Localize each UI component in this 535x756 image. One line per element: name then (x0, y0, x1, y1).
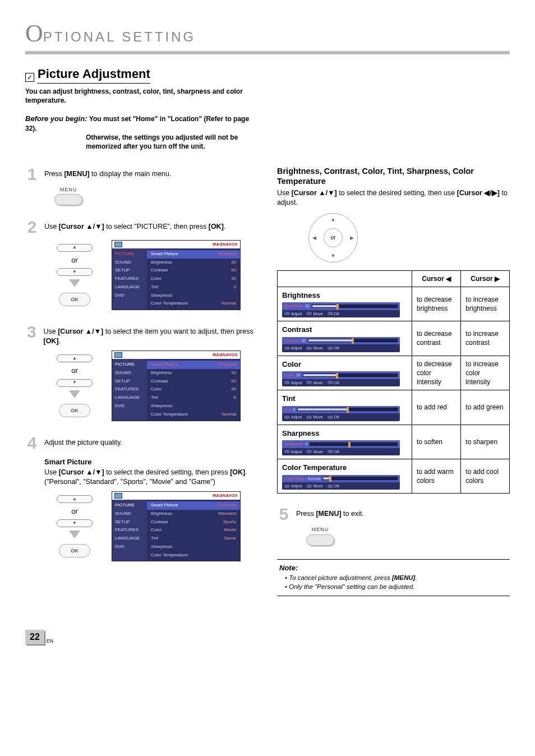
bct-intro: Use [Cursor ▲/▼] to select the desired s… (277, 188, 510, 208)
mini-osd-legend-label: Adjust (291, 311, 302, 316)
header-title: PTIONAL SETTING (43, 29, 196, 44)
right-column: Brightness, Contrast, Color, Tint, Sharp… (277, 166, 510, 597)
slider-icon (310, 442, 398, 446)
pill-icon (306, 347, 312, 350)
mini-osd-legend: Move (306, 345, 322, 351)
osd-v: 50 (217, 268, 236, 274)
t: . (224, 223, 225, 231)
brand-label: MAGNAVOX (213, 493, 238, 498)
slider-icon (303, 374, 398, 377)
osd-k: Brightness (151, 511, 172, 517)
or-label: or (324, 228, 343, 247)
mini-osd-legend: Adjust (284, 449, 302, 454)
menu-key: [MENU] (64, 170, 89, 178)
mini-osd-legend: Adjust (284, 345, 302, 351)
step-3-number: 3 (25, 324, 38, 340)
mini-osd-legend: Move (306, 380, 322, 385)
mini-osd-legend: Adjust (284, 414, 302, 420)
osd-sidebar: PICTURE SOUND SETUP FEATURES LANGUAGE DV… (112, 500, 147, 561)
pill-icon (328, 450, 333, 453)
mini-osd-legend: OK (328, 414, 340, 420)
osd-sidebar: PICTURE SOUND SETUP FEATURES LANGUAGE DV… (112, 359, 147, 421)
pill-icon (284, 450, 290, 453)
osd-side-item: FEATURES (112, 275, 147, 283)
mini-osd-legend-label: Adjust (291, 414, 302, 420)
t: . (415, 574, 417, 581)
page-lang: EN (47, 638, 54, 644)
setting-cell: BrightnessBrightness30AdjustMoveOK (278, 287, 412, 321)
osd-v: 30 (217, 260, 236, 266)
osd-main: Smart PicturePersonal BrightnessStandard… (147, 500, 240, 561)
osd-menu-item-select: MAGNAVOX PICTURE SOUND SETUP FEATURES LA… (112, 351, 241, 421)
up-button-icon: ▲ (57, 495, 93, 503)
check-icon: ✓ (25, 73, 34, 82)
cursor-right-effect: to increase contrast (461, 321, 510, 356)
cursor-right-effect: to sharpen (461, 425, 510, 459)
osd-side-item: LANGUAGE (112, 534, 147, 543)
settings-table: Cursor ◀ Cursor ▶ BrightnessBrightness30… (277, 270, 510, 494)
step-1-number: 1 (25, 166, 39, 183)
tv-icon (114, 493, 122, 499)
pill-icon (328, 485, 333, 488)
osd-v (217, 544, 236, 550)
setting-cell: ColorColor36AdjustMoveOK (278, 356, 412, 390)
mini-osd-value: 36 (296, 372, 301, 377)
ok-button-icon: OK (59, 544, 90, 557)
triangle-up-icon: ▲ (72, 245, 77, 251)
osd-side-item: DVD (112, 292, 147, 300)
setting-cell: TintTint0AdjustMoveOK (278, 390, 412, 425)
osd-side-item: SOUND (112, 510, 147, 518)
osd-v: 0 (217, 284, 236, 291)
mini-osd-legend-label: OK (334, 380, 340, 385)
cursor-right-effect: to increase color intensity (461, 356, 510, 390)
menu-button-icon (306, 534, 334, 546)
cursor-key: [Cursor ▲/▼] (59, 468, 104, 476)
step-2: 2 Use [Cursor ▲/▼] to select "PICTURE", … (25, 219, 258, 311)
mini-osd-legend: Move (306, 414, 322, 420)
osd-k: Color Temperature (151, 552, 188, 559)
t: Press (296, 510, 316, 518)
setting-name: Brightness (282, 291, 407, 301)
triangle-down-icon: ▼ (72, 380, 77, 386)
triangle-down-icon: ▼ (72, 269, 77, 275)
osd-k: Sharpness (151, 544, 172, 550)
mini-osd-legend-label: OK (334, 311, 340, 316)
note-item: To cancel picture adjustment, press [MEN… (285, 574, 508, 583)
triangle-down-icon: ▼ (331, 252, 336, 259)
smart-picture-title: Smart Picture (44, 457, 258, 467)
osd-v: Game (217, 536, 236, 542)
osd-v: 0 (217, 395, 236, 401)
slider-icon (322, 477, 398, 480)
ok-key: [OK] (230, 468, 245, 476)
osd-side-item: DVD (112, 543, 147, 551)
triangle-right-icon: ▶ (350, 234, 354, 241)
mini-osd-value: 50 (301, 338, 306, 343)
osd-k: Tint (151, 284, 158, 291)
slider-icon (312, 305, 398, 308)
mini-osd-legend-label: OK (334, 449, 340, 454)
before-line2: Otherwise, the settings you adjusted wil… (86, 133, 261, 142)
step-4-number: 4 (25, 435, 39, 451)
osd-sidebar: PICTURE SOUND SETUP FEATURES LANGUAGE DV… (112, 248, 147, 310)
osd-main: Smart PicturePersonal Brightness30 Contr… (147, 248, 240, 310)
menu-button-icon (54, 194, 82, 205)
pill-icon (306, 312, 312, 315)
or-label: or (71, 255, 78, 265)
osd-v: 36 (217, 276, 236, 282)
table-row: ContrastContrast50AdjustMoveOKto decreas… (278, 321, 510, 356)
mini-osd: Brightness30AdjustMoveOK (282, 302, 400, 317)
setting-name: Color (282, 359, 407, 370)
pill-icon (328, 416, 333, 419)
before-line3: memorized after you turn off the unit. (86, 142, 261, 151)
before-lead: Before you begin: (25, 114, 87, 123)
cursor-key: [Cursor ▲/▼] (59, 223, 104, 231)
mini-osd-legend: Adjust (284, 311, 302, 316)
osd-k: Color Temperature (151, 412, 188, 418)
t: Use (44, 223, 59, 231)
nav-pad: ▲ or ▼ OK (48, 244, 102, 307)
menu-key: [MENU] (316, 510, 341, 518)
mini-osd-legend: OK (328, 449, 340, 454)
menu-label: MENU (52, 186, 85, 193)
col-blank (278, 270, 412, 287)
bct-heading: Brightness, Contrast, Color, Tint, Sharp… (277, 166, 510, 186)
